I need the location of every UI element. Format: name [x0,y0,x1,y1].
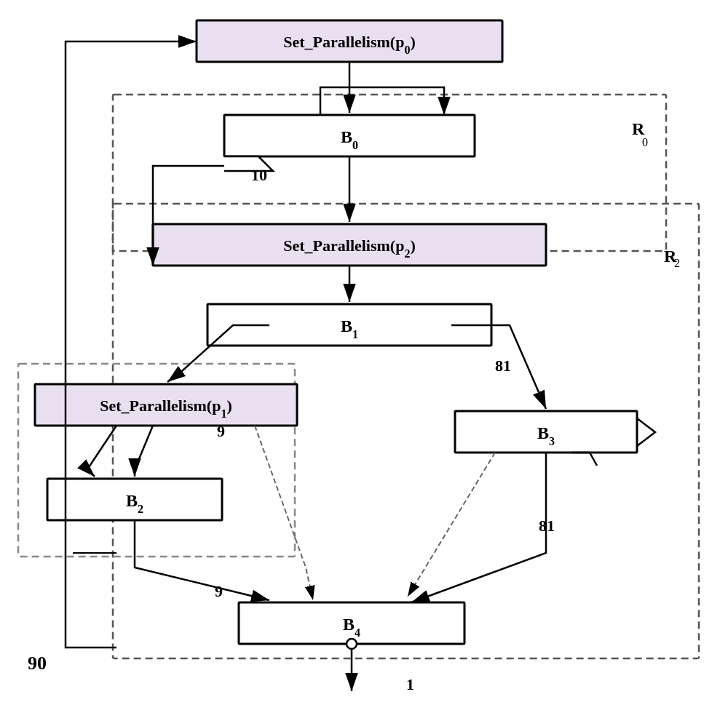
svg-point-20 [347,639,357,649]
label-10: 10 [251,166,267,184]
label-90: 90 [28,653,47,674]
svg-text:2: 2 [674,257,680,269]
label-9a: 9 [217,422,225,440]
label-81b: 81 [539,517,555,535]
diagram: R 0 R 2 R 1 Set_Parallelism(p0) B0 Set_P… [0,0,728,721]
label-9b: 9 [215,582,223,600]
svg-text:0: 0 [642,136,648,148]
label-1: 1 [406,675,414,693]
label-81a: 81 [495,356,511,375]
